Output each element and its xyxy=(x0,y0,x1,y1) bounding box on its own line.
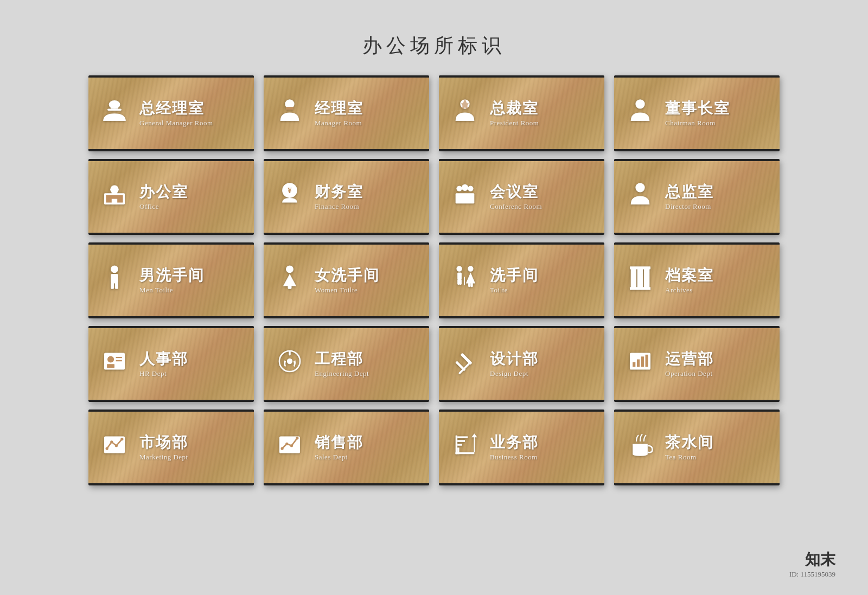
svg-rect-73 xyxy=(456,436,457,455)
svg-rect-38 xyxy=(644,267,649,288)
svg-rect-1 xyxy=(111,105,118,109)
svg-rect-28 xyxy=(457,272,462,279)
sign-en-text: Operation Dept xyxy=(665,369,713,378)
sign-en-text: Toilte xyxy=(490,286,508,295)
sign-en-text: Director Room xyxy=(665,202,711,211)
sign-cn-text: 董事长室 xyxy=(665,99,730,118)
svg-rect-71 xyxy=(457,440,465,442)
svg-point-63 xyxy=(281,447,284,450)
sign-cn-text: 办公室 xyxy=(139,183,188,201)
svg-rect-2 xyxy=(107,109,122,111)
sign-business-room: 业务部Business Room xyxy=(439,410,604,485)
svg-rect-15 xyxy=(456,193,475,203)
sign-en-text: Women Toilte xyxy=(315,286,358,295)
sign-office: 办公室Office xyxy=(88,159,254,235)
hr-icon xyxy=(98,347,131,381)
sign-cn-text: 市场部 xyxy=(139,433,188,452)
sign-chairman-room: 董事长室Chairman Room xyxy=(614,75,780,151)
svg-marker-74 xyxy=(471,433,477,437)
sign-en-text: Tea Room xyxy=(665,453,697,462)
sign-en-text: President Room xyxy=(490,119,539,127)
women-icon xyxy=(273,264,306,297)
sign-cn-text: 工程部 xyxy=(315,350,363,368)
sign-en-text: Engineering Dept xyxy=(315,369,369,378)
svg-rect-30 xyxy=(459,279,462,285)
sign-en-text: Marketing Dept xyxy=(139,453,188,462)
director-icon xyxy=(624,180,656,214)
sign-tea-room: 茶水间Tea Room xyxy=(614,410,780,485)
page-title: 办公场所标识 xyxy=(362,33,506,59)
svg-rect-22 xyxy=(111,283,114,289)
sign-cn-text: 会议室 xyxy=(490,183,539,201)
svg-rect-10 xyxy=(112,199,117,204)
sign-archives: 档案室Archives xyxy=(614,242,780,318)
svg-rect-45 xyxy=(107,364,114,368)
svg-rect-40 xyxy=(630,287,650,290)
toilet-icon xyxy=(449,264,481,297)
president-icon xyxy=(449,97,481,130)
sign-cn-text: 运营部 xyxy=(665,350,714,368)
svg-rect-56 xyxy=(646,355,648,367)
svg-point-24 xyxy=(286,265,293,273)
sign-cn-text: 茶水间 xyxy=(665,433,714,452)
sign-manager-room: 经理室Manager Room xyxy=(264,75,429,151)
svg-rect-34 xyxy=(470,283,473,287)
sign-cn-text: 总经理室 xyxy=(139,99,205,118)
svg-rect-12 xyxy=(112,193,117,195)
sign-en-text: General Manager Room xyxy=(139,119,213,127)
svg-rect-69 xyxy=(457,447,459,454)
sign-hr-dept: 人事部HR Dept xyxy=(88,326,254,402)
business-icon xyxy=(449,431,481,464)
sign-cn-text: 财务室 xyxy=(315,183,363,201)
svg-rect-55 xyxy=(641,356,644,367)
sign-engineering-dept: 工程部Engineering Dept xyxy=(264,326,429,402)
svg-rect-51 xyxy=(455,361,465,371)
sign-operation-dept: 运营部Operation Dept xyxy=(614,326,780,402)
tea-icon xyxy=(624,431,656,464)
manager2-icon xyxy=(273,97,306,130)
sign-en-text: Business Room xyxy=(490,453,538,462)
archives-icon xyxy=(624,264,656,297)
svg-rect-72 xyxy=(457,436,468,438)
svg-marker-32 xyxy=(466,272,475,283)
svg-point-64 xyxy=(285,443,288,445)
svg-point-20 xyxy=(111,265,118,273)
svg-point-60 xyxy=(115,444,118,447)
svg-point-31 xyxy=(468,266,473,271)
svg-rect-54 xyxy=(637,360,640,367)
sign-women-toilte: 女洗手间Women Toilte xyxy=(264,242,429,318)
svg-rect-48 xyxy=(289,351,290,356)
sign-cn-text: 业务部 xyxy=(490,433,539,452)
svg-point-17 xyxy=(462,184,468,191)
svg-point-27 xyxy=(456,266,462,271)
sign-en-text: HR Dept xyxy=(139,369,167,378)
office-icon xyxy=(98,180,131,214)
svg-rect-50 xyxy=(461,353,473,365)
svg-rect-36 xyxy=(631,267,636,288)
sign-marketing-dept: 市场部Marketing Dept xyxy=(88,410,254,485)
svg-point-19 xyxy=(635,183,644,192)
svg-rect-33 xyxy=(468,283,470,287)
manager-icon xyxy=(98,97,131,130)
svg-point-65 xyxy=(290,444,293,447)
finance-icon: ¥ xyxy=(273,180,306,214)
sign-cn-text: 总监室 xyxy=(665,183,714,201)
sign-toilte: 洗手间Toilte xyxy=(439,242,604,318)
sign-en-text: Sales Dept xyxy=(315,453,348,462)
svg-point-42 xyxy=(107,356,114,362)
logo: 知末 ID: 1155195039 xyxy=(789,549,835,579)
sign-design-dept: 设计部Design Dept xyxy=(439,326,604,402)
sign-cn-text: 经理室 xyxy=(315,99,363,118)
sign-general-manager-room: 总经理室General Manager Room xyxy=(88,75,254,151)
sign-men-toilte: 男洗手间Men Toilte xyxy=(88,242,254,318)
logo-id: ID: 1155195039 xyxy=(789,570,835,579)
sign-cn-text: 设计部 xyxy=(490,350,539,368)
sign-finance-room: ¥财务室Finance Room xyxy=(264,159,429,235)
svg-text:¥: ¥ xyxy=(288,185,292,195)
engineering-icon xyxy=(273,347,306,381)
svg-rect-21 xyxy=(111,274,118,283)
sign-en-text: Manager Room xyxy=(315,119,362,127)
design-icon xyxy=(449,347,481,381)
svg-rect-23 xyxy=(115,283,118,289)
svg-rect-4 xyxy=(286,107,293,110)
